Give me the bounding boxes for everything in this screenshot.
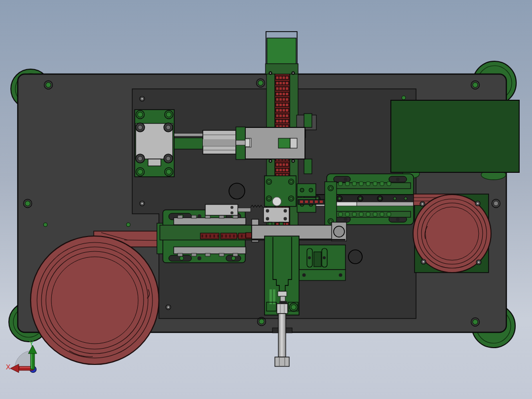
rail-bottom[interactable] (174, 247, 246, 254)
slide-block-nose (148, 159, 161, 166)
tape-segments (200, 233, 252, 239)
guide-rod (174, 133, 204, 136)
locating-hole (348, 250, 362, 264)
side-bar[interactable] (304, 159, 312, 174)
bracket-bore (334, 226, 344, 237)
dowel-pin-icon[interactable] (43, 223, 47, 227)
screw-icon[interactable] (166, 305, 171, 310)
lower-guide-plates[interactable] (299, 245, 345, 280)
slide-strip (357, 202, 414, 206)
lower-strip-plate[interactable] (299, 270, 345, 280)
head-window-gray (290, 138, 297, 148)
cover-plate[interactable] (391, 100, 519, 172)
dowel-pin-icon[interactable] (126, 223, 130, 227)
cylinder-rod[interactable] (278, 314, 286, 357)
cover-plate-assembly[interactable] (391, 100, 519, 180)
dowel-pin-icon[interactable] (402, 96, 406, 100)
vacuum-nozzle[interactable] (272, 197, 281, 206)
arm-bar[interactable] (174, 138, 203, 149)
locating-hole (229, 183, 245, 199)
piston-rod (238, 208, 251, 212)
x-axis-label: X (6, 363, 11, 371)
screw-icon[interactable] (140, 96, 145, 101)
rod-nut (275, 357, 289, 366)
cad-viewport: X Y (0, 0, 532, 399)
right-tape-reel[interactable] (413, 194, 491, 273)
screw-icon[interactable] (140, 201, 145, 206)
side-bar[interactable] (304, 114, 312, 127)
head-window-green (278, 138, 290, 148)
tape-coil[interactable] (31, 236, 159, 364)
y-axis-label: Y (29, 339, 34, 347)
pick-head-block[interactable] (245, 127, 305, 159)
rail-top[interactable] (174, 218, 246, 225)
feed-chute[interactable] (267, 38, 296, 65)
cylinder-collar (277, 304, 288, 314)
